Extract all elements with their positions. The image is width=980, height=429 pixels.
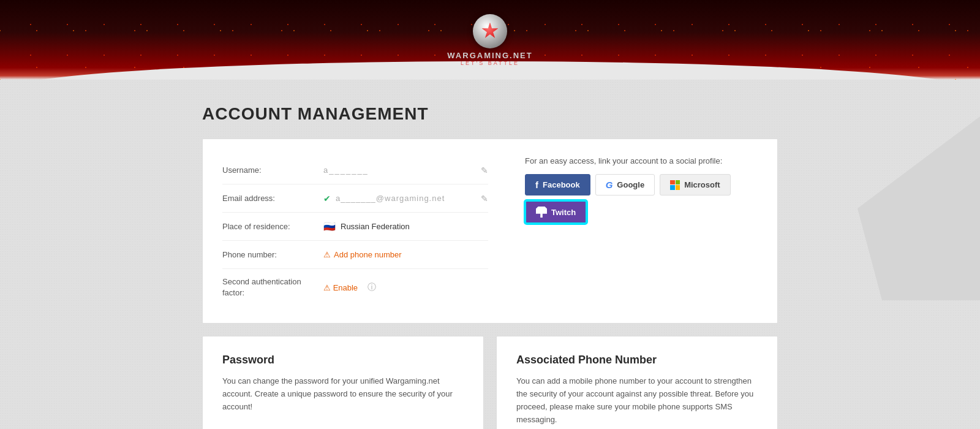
page-title: ACCOUNT MANAGEMENT [202,104,778,124]
residence-row: Place of residence: 🇷🇺 Russian Federatio… [222,213,488,241]
social-section: For an easy access, link your account to… [525,156,758,306]
username-edit-icon[interactable]: ✎ [481,165,488,175]
residence-value: 🇷🇺 Russian Federation [323,221,488,232]
social-description: For an easy access, link your account to… [525,156,758,165]
facebook-icon: f [535,180,538,190]
auth-info-icon[interactable]: ⓘ [368,282,376,293]
phone-card-text: You can add a mobile phone number to you… [516,375,758,429]
twitch-button[interactable]: Twitch [525,200,587,224]
phone-card-title: Associated Phone Number [516,354,758,366]
phone-row: Phone number: ⚠ Add phone number [222,241,488,269]
twitch-label: Twitch [551,208,576,217]
facebook-label: Facebook [543,180,580,189]
google-button[interactable]: G Google [595,174,655,196]
twitch-icon [536,207,547,218]
enable-2fa-link[interactable]: ⚠ Enable [323,283,358,292]
social-buttons: f Facebook G Google Microsoft [525,174,758,224]
residence-text: Russian Federation [341,222,410,231]
enable-2fa-text: Enable [333,283,358,292]
username-row: Username: a_______ ✎ [222,156,488,184]
microsoft-label: Microsoft [684,180,720,189]
password-card-title: Password [222,354,464,366]
logo-text: WARGAMING.NET [447,51,532,60]
verified-icon: ✔ [323,194,331,203]
password-card-text: You can change the password for your uni… [222,375,464,413]
email-value: ✔ a_______@wargaming.net [323,194,481,203]
phone-value: ⚠ Add phone number [323,250,488,259]
add-phone-link[interactable]: ⚠ Add phone number [323,250,402,259]
account-card: Username: a_______ ✎ Email address: ✔ a_… [202,139,778,324]
auth-row: Second authentication factor: ⚠ Enable ⓘ [222,269,488,306]
logo-icon [473,14,507,48]
phone-label: Phone number: [222,250,323,259]
auth-value: ⚠ Enable ⓘ [323,282,488,293]
site-header: WARGAMING.NET LET'S BATTLE [0,0,980,80]
username-label: Username: [222,165,323,175]
phone-warning-icon: ⚠ [323,250,331,259]
phone-card-text-1: You can add a mobile phone number to you… [516,376,753,423]
logo-container[interactable]: WARGAMING.NET LET'S BATTLE [447,14,532,66]
auth-label: Second authentication factor: [222,276,323,298]
username-value: a_______ [323,165,481,175]
bottom-cards: Password You can change the password for… [202,336,778,429]
google-label: Google [617,180,644,189]
email-edit-icon[interactable]: ✎ [481,194,488,203]
corner-decoration [858,116,980,300]
warning-2fa-icon: ⚠ [323,283,331,292]
logo-subtitle: LET'S BATTLE [447,60,532,66]
microsoft-button[interactable]: Microsoft [660,174,731,196]
microsoft-icon [670,180,680,190]
email-row: Email address: ✔ a_______@wargaming.net … [222,184,488,213]
google-icon: G [606,180,613,190]
email-text: a_______@wargaming.net [336,194,445,203]
russia-flag-icon: 🇷🇺 [323,221,336,232]
add-phone-text: Add phone number [334,250,402,259]
residence-label: Place of residence: [222,222,323,231]
account-fields: Username: a_______ ✎ Email address: ✔ a_… [222,156,488,306]
email-label: Email address: [222,194,323,203]
password-card: Password You can change the password for… [202,336,484,429]
phone-card: Associated Phone Number You can add a mo… [496,336,778,429]
facebook-button[interactable]: f Facebook [525,174,590,196]
main-content: ACCOUNT MANAGEMENT Username: a_______ ✎ … [0,80,980,429]
